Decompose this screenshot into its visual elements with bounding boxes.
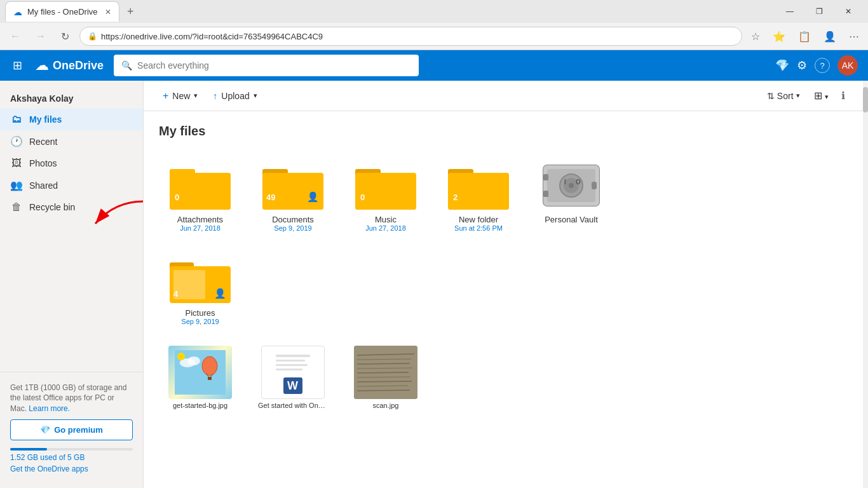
- favorites-star-icon[interactable]: ⭐: [769, 28, 789, 45]
- view-toggle-button[interactable]: ⊞ ▾: [809, 86, 834, 105]
- sidebar-item-recent[interactable]: 🕐 Recent: [0, 130, 143, 152]
- file-name: Pictures: [186, 308, 215, 318]
- file-thumbnail-1[interactable]: get-started-bg.jpg: [159, 341, 241, 414]
- folder-documents[interactable]: 49 👤 Documents Sep 9, 2019: [252, 154, 334, 237]
- sidebar-item-recycle-bin[interactable]: 🗑 Recycle bin: [0, 196, 143, 218]
- sort-label: Sort: [777, 91, 794, 101]
- upload-icon: ↑: [213, 91, 217, 101]
- sidebar-item-photos[interactable]: 🖼 Photos: [0, 152, 143, 174]
- file-date: Jun 27, 2018: [180, 224, 220, 232]
- svg-rect-27: [543, 191, 548, 197]
- svg-text:O: O: [576, 179, 581, 186]
- user-name-label: Akshaya Kolay: [0, 86, 143, 109]
- svg-rect-26: [543, 174, 548, 180]
- tab-close-icon[interactable]: ✕: [105, 8, 111, 17]
- upload-button[interactable]: ↑ Upload ▾: [207, 87, 263, 105]
- folder-music[interactable]: 0 Music Jun 27, 2018: [344, 154, 427, 237]
- info-button[interactable]: ℹ: [836, 86, 850, 105]
- svg-line-57: [357, 381, 412, 382]
- diamond-icon[interactable]: 💎: [775, 58, 789, 72]
- scrollbar[interactable]: [863, 81, 868, 488]
- storage-usage-text: 1.52 GB used of 5 GB: [10, 453, 133, 462]
- recycle-bin-icon: 🗑: [10, 201, 23, 213]
- storage-promo-text: Get 1TB (1000 GB) of storage and the lat…: [10, 383, 133, 414]
- refresh-button[interactable]: ↻: [56, 28, 74, 45]
- get-apps-link[interactable]: Get the OneDrive apps: [10, 464, 133, 473]
- sidebar-item-my-files[interactable]: 🗂 My files: [0, 109, 143, 130]
- help-icon[interactable]: ?: [815, 58, 830, 73]
- thumbnail-image-1: [168, 346, 232, 399]
- avatar[interactable]: [837, 55, 858, 76]
- new-label: New: [172, 91, 190, 101]
- svg-text:49: 49: [266, 193, 275, 202]
- tab-bar: ☁ My files - OneDrive ✕ + — ❐ ✕: [0, 0, 868, 23]
- profile-icon[interactable]: 👤: [820, 28, 840, 45]
- svg-rect-46: [276, 364, 308, 366]
- learn-more-link[interactable]: Learn more.: [29, 404, 70, 413]
- file-name: scan.jpg: [373, 402, 399, 409]
- new-button[interactable]: + New ▾: [156, 86, 204, 105]
- more-options-icon[interactable]: ⋯: [845, 28, 863, 45]
- file-name: Get started with OneDrive.docx: [258, 402, 328, 409]
- gear-icon[interactable]: ⚙: [797, 58, 807, 72]
- scrollbar-thumb[interactable]: [863, 87, 868, 112]
- new-chevron-icon: ▾: [194, 92, 198, 100]
- sort-chevron-icon: ▾: [796, 92, 800, 100]
- svg-rect-3: [170, 173, 231, 210]
- svg-rect-44: [276, 355, 310, 357]
- go-premium-button[interactable]: 💎 Go premium: [10, 419, 133, 440]
- sidebar-item-label: Recycle bin: [29, 202, 75, 212]
- file-thumbnail-2[interactable]: scan.jpg: [344, 341, 427, 414]
- folder-icon-music: 0: [354, 159, 417, 212]
- close-button[interactable]: ✕: [834, 0, 863, 23]
- svg-text:0: 0: [360, 193, 365, 202]
- word-doc-thumbnail: W: [261, 346, 325, 399]
- favorites-icon[interactable]: ☆: [747, 28, 764, 45]
- url-display[interactable]: https://onedrive.live.com/?id=root&cid=7…: [101, 32, 734, 41]
- collections-icon[interactable]: 📋: [794, 28, 815, 45]
- cloud-logo-icon: ☁: [35, 57, 49, 74]
- sidebar-item-label: Recent: [29, 137, 57, 147]
- new-plus-icon: +: [163, 90, 168, 102]
- folder-pictures[interactable]: 4 👤 Pictures Sep 9, 2019: [159, 247, 241, 330]
- svg-rect-31: [173, 270, 205, 299]
- folder-new[interactable]: 2 New folder Sun at 2:56 PM: [437, 154, 520, 237]
- minimize-button[interactable]: —: [775, 0, 804, 23]
- sort-icon: ⇅: [767, 91, 775, 101]
- search-input[interactable]: [137, 60, 411, 71]
- svg-point-42: [177, 353, 185, 360]
- app-header: ⊞ ☁ OneDrive 🔍 💎 ⚙ ?: [0, 50, 868, 81]
- file-date: Sep 9, 2019: [274, 224, 311, 232]
- file-date: Sun at 2:56 PM: [454, 224, 503, 232]
- storage-bar-area: 1.52 GB used of 5 GB: [10, 448, 133, 462]
- onedrive-app: ⊞ ☁ OneDrive 🔍 💎 ⚙ ? Akshaya Kolay 🗂 My …: [0, 50, 868, 488]
- svg-line-59: [357, 390, 410, 391]
- svg-point-23: [569, 183, 574, 188]
- waffle-menu-icon[interactable]: ⊞: [10, 56, 25, 75]
- files-grid-row1: 0 Attachments Jun 27, 2018: [159, 154, 848, 237]
- onedrive-logo: ☁ OneDrive: [35, 57, 104, 74]
- svg-text:2: 2: [453, 193, 458, 202]
- url-lock-icon: 🔒: [88, 32, 97, 41]
- back-button[interactable]: ←: [5, 28, 25, 44]
- active-tab[interactable]: ☁ My files - OneDrive ✕: [5, 1, 119, 22]
- sidebar-item-shared[interactable]: 👥 Shared: [0, 174, 143, 196]
- photos-icon: 🖼: [10, 158, 23, 169]
- file-name: get-started-bg.jpg: [173, 402, 227, 409]
- maximize-button[interactable]: ❐: [804, 0, 834, 23]
- sort-button[interactable]: ⇅ Sort ▾: [761, 87, 806, 105]
- folder-attachments[interactable]: 0 Attachments Jun 27, 2018: [159, 154, 241, 237]
- folder-icon-attachments: 0: [168, 159, 232, 212]
- forward-button[interactable]: →: [31, 28, 51, 44]
- svg-line-55: [357, 372, 409, 373]
- svg-text:I: I: [564, 179, 566, 186]
- svg-text:W: W: [287, 379, 298, 392]
- files-grid-row3: get-started-bg.jpg: [159, 341, 848, 414]
- svg-rect-16: [448, 173, 509, 210]
- file-name: Documents: [272, 215, 314, 224]
- file-name: Attachments: [177, 215, 223, 224]
- new-tab-button[interactable]: +: [122, 3, 139, 21]
- file-word-doc[interactable]: W Get started with OneDrive.docx: [252, 341, 334, 414]
- svg-rect-47: [276, 369, 302, 370]
- personal-vault[interactable]: I O Personal Vault: [530, 154, 613, 237]
